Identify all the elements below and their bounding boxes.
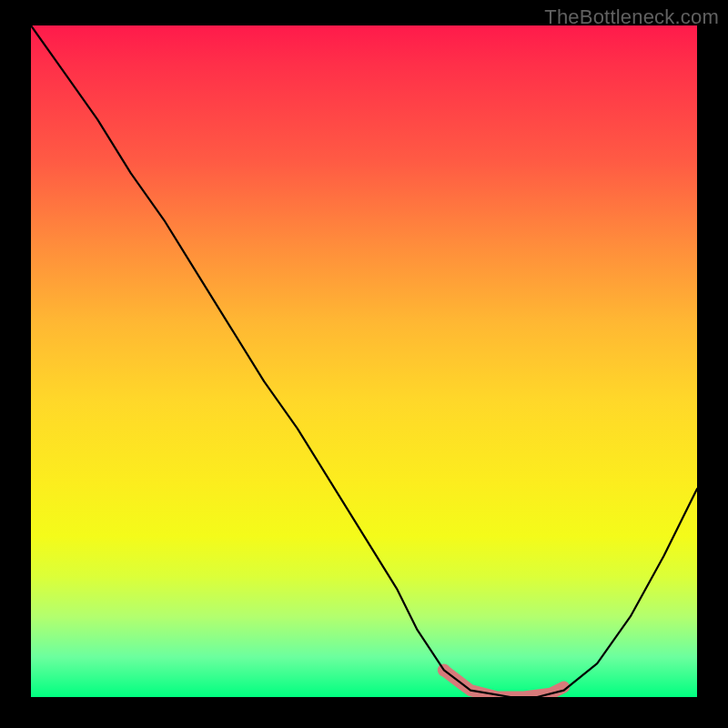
watermark-text: TheBottleneck.com	[544, 5, 719, 29]
bottleneck-curve	[31, 25, 697, 697]
plot-area	[31, 25, 697, 697]
chart-container: TheBottleneck.com	[0, 0, 728, 728]
chart-svg	[31, 25, 697, 697]
